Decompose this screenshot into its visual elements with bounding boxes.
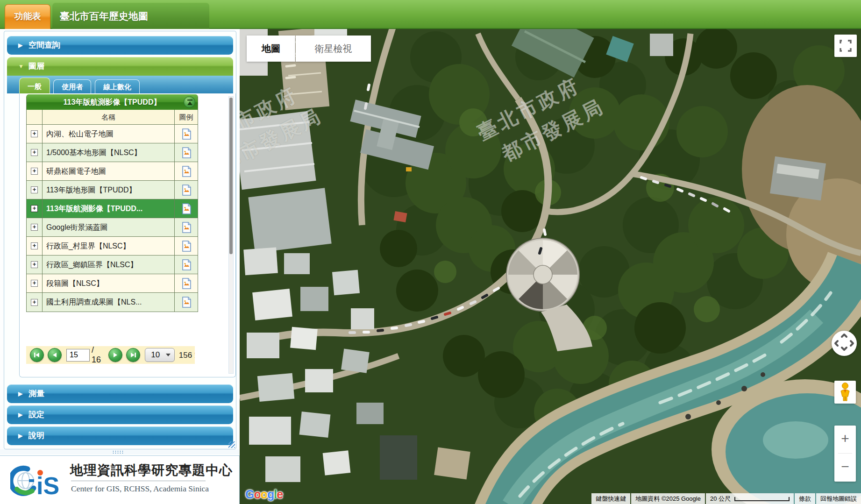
layer-table-header-row: 名稱 圖例 xyxy=(27,110,198,125)
legend-icon[interactable] xyxy=(181,203,192,214)
layer-name: 113年版航測影像【TPUDD... xyxy=(43,199,175,218)
chevron-right-icon: ▶ xyxy=(18,36,22,55)
expand-row-icon[interactable]: + xyxy=(31,186,38,193)
expand-cell: + xyxy=(27,125,43,143)
accordion-layers[interactable]: ▼ 圖層 xyxy=(7,57,233,76)
legend-icon[interactable] xyxy=(181,147,192,158)
legend-cell xyxy=(175,237,198,255)
layer-table-row[interactable]: + Google街景涵蓋圖 xyxy=(27,218,198,237)
terms-link[interactable]: 條款 xyxy=(795,493,815,504)
sidebar: ▶ 空間查詢 ▼ 圖層 一般 使用者 線上數化 113年版航測影像【TPUDD】 xyxy=(0,29,240,504)
previous-page-button[interactable] xyxy=(48,348,62,362)
map-type-satellite-button[interactable]: 衛星檢視 xyxy=(296,35,371,62)
page-number-input[interactable] xyxy=(66,349,90,362)
layer-name: 行政區_鄉鎮區界【NLSC】 xyxy=(43,256,175,274)
chevron-right-icon: ▶ xyxy=(18,426,22,445)
expand-row-icon[interactable]: + xyxy=(31,205,38,212)
first-page-icon xyxy=(34,352,40,358)
zoom-out-button[interactable]: − xyxy=(834,454,856,481)
legend-icon[interactable] xyxy=(181,128,192,140)
layer-table-row[interactable]: + 行政區_鄉鎮區界【NLSC】 xyxy=(27,256,198,274)
page-size-select[interactable]: 10 xyxy=(145,348,175,362)
record-count-label: 156 筆 xyxy=(179,350,195,361)
tab-online-digitize[interactable]: 線上數化 xyxy=(95,79,140,93)
layers-scrollbar[interactable] xyxy=(228,96,234,374)
report-map-error-link[interactable]: 回報地圖錯誤 xyxy=(816,493,861,504)
next-page-icon xyxy=(112,352,119,358)
zoom-in-button[interactable]: + xyxy=(834,426,856,453)
layer-table-row[interactable]: + 113年版地形圖【TPUDD】 xyxy=(27,181,198,199)
last-page-button[interactable] xyxy=(126,348,140,362)
legend-icon[interactable] xyxy=(181,166,192,177)
accordion-settings[interactable]: ▶ 設定 xyxy=(7,405,233,424)
gis-logo: iS xyxy=(10,462,67,499)
map-type-map-button[interactable]: 地圖 xyxy=(247,35,295,62)
expand-row-icon[interactable]: + xyxy=(31,242,38,249)
legend-cell xyxy=(175,293,198,312)
pegman-control[interactable] xyxy=(834,381,856,404)
first-page-button[interactable] xyxy=(30,348,44,362)
legend-icon[interactable] xyxy=(181,297,192,308)
collapse-table-button[interactable] xyxy=(184,96,195,108)
legend-icon[interactable] xyxy=(181,278,192,289)
tab-user[interactable]: 使用者 xyxy=(53,79,91,93)
satellite-map-canvas[interactable]: 臺北市政府 都市發展局 臺北市政府 都市發展局 地圖 衛星檢視 xyxy=(240,29,861,504)
expand-cell: + xyxy=(27,293,43,312)
legend-icon[interactable] xyxy=(181,222,192,233)
layer-table-row[interactable]: + 行政區_村里界【NLSC】 xyxy=(27,237,198,256)
expand-row-icon[interactable]: + xyxy=(31,280,38,287)
accordion-panel: ▶ 空間查詢 ▼ 圖層 一般 使用者 線上數化 113年版航測影像【TPUDD】 xyxy=(4,31,236,449)
google-logo[interactable]: Google xyxy=(245,488,283,501)
panel-resize-grip[interactable] xyxy=(228,441,235,448)
layer-name: 研鼎崧圖電子地圖 xyxy=(43,162,175,180)
accordion-label: 設定 xyxy=(28,410,44,419)
layer-table-row[interactable]: + 113年版航測影像【TPUDD... xyxy=(27,199,198,218)
expand-row-icon[interactable]: + xyxy=(31,261,38,268)
accordion-spatial-query[interactable]: ▶ 空間查詢 xyxy=(7,36,233,55)
legend-icon[interactable] xyxy=(181,241,192,252)
layer-name: 113年版地形圖【TPUDD】 xyxy=(43,181,175,199)
expand-row-icon[interactable]: + xyxy=(31,149,38,156)
scrollbar-thumb[interactable] xyxy=(229,98,233,254)
layer-name: 段籍圖【NLSC】 xyxy=(43,274,175,292)
logo-divider xyxy=(71,481,206,481)
expand-row-icon[interactable]: + xyxy=(31,130,38,137)
expand-row-icon[interactable]: + xyxy=(31,224,38,231)
accordion-measure[interactable]: ▶ 測量 xyxy=(7,384,233,403)
menu-button[interactable]: 功能表 xyxy=(5,4,50,29)
layers-tab-strip: 一般 使用者 線上數化 xyxy=(7,76,233,93)
fullscreen-button[interactable] xyxy=(834,35,857,57)
next-page-button[interactable] xyxy=(108,348,122,362)
pan-control[interactable] xyxy=(832,331,857,356)
expand-row-icon[interactable]: + xyxy=(31,168,38,175)
gis-logo-letters: iS xyxy=(36,472,59,499)
scale-control: 20 公尺 xyxy=(706,493,794,504)
legend-cell xyxy=(175,256,198,274)
legend-column-header: 圖例 xyxy=(175,110,198,124)
legend-icon[interactable] xyxy=(181,185,192,196)
layer-table-row[interactable]: + 內湖、松山電子地圖 xyxy=(27,125,198,143)
total-pages-label: / 16 xyxy=(92,345,105,365)
legend-cell xyxy=(175,218,198,236)
footer-logo-panel: iS 地理資訊科學研究專題中心 Center for GIS, RCHSS, A… xyxy=(0,455,240,504)
layer-table-row[interactable]: + 1/5000基本地形圖【NLSC】 xyxy=(27,143,198,162)
expand-cell: + xyxy=(27,237,43,255)
layer-name: 1/5000基本地形圖【NLSC】 xyxy=(43,143,175,162)
tab-general[interactable]: 一般 xyxy=(19,78,50,93)
expand-row-icon[interactable]: + xyxy=(31,299,38,306)
legend-cell xyxy=(175,199,198,218)
scale-bar xyxy=(734,497,790,501)
layer-name: 國土利用調查成果圖【NLS... xyxy=(43,293,175,312)
keyboard-shortcuts-link[interactable]: 鍵盤快速鍵 xyxy=(591,493,630,504)
layer-table-row[interactable]: + 國土利用調查成果圖【NLS... xyxy=(27,293,198,312)
accordion-help[interactable]: ▶ 說明 xyxy=(7,426,233,445)
horizontal-splitter[interactable] xyxy=(0,449,240,454)
layer-table-row[interactable]: + 研鼎崧圖電子地圖 xyxy=(27,162,198,181)
name-column-header: 名稱 xyxy=(43,110,175,124)
chevron-right-icon: ▶ xyxy=(18,405,22,424)
map-attribution-bar: 鍵盤快速鍵 地圖資料 ©2025 Google 20 公尺 條款 回報地圖錯誤 xyxy=(591,493,861,504)
accordion-label: 說明 xyxy=(28,431,44,440)
pegman-icon xyxy=(838,383,852,401)
layer-table-row[interactable]: + 段籍圖【NLSC】 xyxy=(27,274,198,293)
legend-icon[interactable] xyxy=(181,259,192,270)
